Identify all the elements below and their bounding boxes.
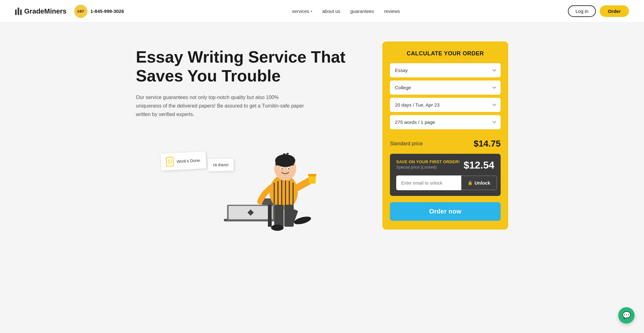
unlock-button[interactable]: 🔒 Unlock xyxy=(461,175,497,190)
svg-point-26 xyxy=(288,168,289,169)
email-unlock-row: 🔒 Unlock xyxy=(396,175,494,190)
special-price-section: SAVE ON YOUR FIRST ORDER! Special price … xyxy=(390,154,501,196)
email-input[interactable] xyxy=(396,175,461,190)
nav-guarantees[interactable]: guarantees xyxy=(350,8,374,14)
header-right: Log in Order xyxy=(568,5,629,17)
header-left: GradeMiners 24/7 1-845-999-3026 xyxy=(15,5,124,18)
svg-rect-0 xyxy=(168,160,172,164)
svg-point-18 xyxy=(271,225,284,231)
special-labels: SAVE ON YOUR FIRST ORDER! Special price … xyxy=(396,159,460,169)
svg-rect-28 xyxy=(308,174,316,176)
chevron-down-icon: ▾ xyxy=(311,9,312,13)
logo-bar-2 xyxy=(18,8,19,15)
hero-description: Our service guarantees not only top-notc… xyxy=(136,93,306,119)
logo-text: GradeMiners xyxy=(24,7,67,15)
essay-type-select[interactable]: Essay Research Paper Coursework Disserta… xyxy=(390,63,501,77)
lock-icon: 🔒 xyxy=(468,180,473,185)
standard-price-label: Standard price xyxy=(390,141,423,147)
nav-about-us[interactable]: about us xyxy=(322,8,341,14)
logo-icon xyxy=(15,8,22,15)
unlock-label: Unlock xyxy=(475,180,490,186)
special-top: SAVE ON YOUR FIRST ORDER! Special price … xyxy=(396,159,494,171)
pages-select[interactable]: 275 words / 1 page 550 words / 2 pages 8… xyxy=(390,115,501,129)
chat-icon: 💬 xyxy=(622,311,631,319)
save-label: SAVE ON YOUR FIRST ORDER! xyxy=(396,159,460,164)
academic-level-select[interactable]: High School College University Master's … xyxy=(390,80,501,95)
main-nav: services ▾ about us guarantees reviews xyxy=(292,8,400,14)
header: GradeMiners 24/7 1-845-999-3026 services… xyxy=(0,0,644,23)
sticky-text-1: Work's Done. xyxy=(177,158,201,164)
main-content: Essay Writing Service That Saves You Tro… xyxy=(121,23,523,253)
deadline-select[interactable]: 3 hours 6 hours 12 hours 1 day 3 days 7 … xyxy=(390,98,501,112)
nav-services[interactable]: services ▾ xyxy=(292,8,312,14)
hero-section: Essay Writing Service That Saves You Tro… xyxy=(136,42,370,241)
order-calculator: CALCULATE YOUR ORDER Essay Research Pape… xyxy=(382,42,508,230)
logo-bar-3 xyxy=(20,9,22,15)
special-price-value: $12.54 xyxy=(464,159,494,171)
hero-title: Essay Writing Service That Saves You Tro… xyxy=(136,48,370,86)
hero-illustration: Work's Done. Hi there! xyxy=(136,134,331,241)
order-button[interactable]: Order xyxy=(600,5,629,17)
standard-price-value: $14.75 xyxy=(474,139,501,149)
nav-reviews[interactable]: reviews xyxy=(384,8,400,14)
svg-point-25 xyxy=(281,168,283,169)
order-now-button[interactable]: Order now xyxy=(390,202,501,221)
badge-247: 24/7 xyxy=(74,5,87,18)
svg-rect-16 xyxy=(274,205,284,227)
calc-title: CALCULATE YOUR ORDER xyxy=(390,50,501,57)
sticky-note-work: Work's Done. xyxy=(161,151,207,170)
phone-number: 1-845-999-3026 xyxy=(91,8,124,14)
logo[interactable]: GradeMiners xyxy=(15,7,67,15)
svg-rect-7 xyxy=(268,202,272,227)
hotline: 24/7 1-845-999-3026 xyxy=(74,5,124,18)
login-button[interactable]: Log in xyxy=(568,5,596,17)
special-price-label: Special price (Locked) xyxy=(396,165,460,169)
document-icon xyxy=(166,157,174,167)
standard-price-row: Standard price $14.75 xyxy=(390,139,501,154)
logo-bar-1 xyxy=(15,9,17,15)
person-illustration xyxy=(205,139,325,241)
chat-button[interactable]: 💬 xyxy=(618,307,635,324)
